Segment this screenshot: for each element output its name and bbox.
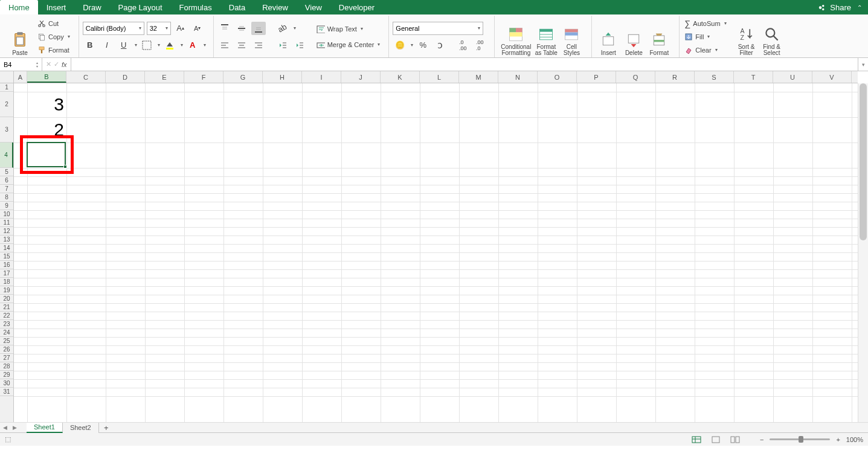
row-header-2[interactable]: 2 [0,92,13,117]
cell-styles-button[interactable]: Cell Styles [559,17,584,56]
sheet-nav-prev[interactable]: ◀ [0,425,10,431]
autosum-button[interactable]: ∑AutoSum▾ [683,18,727,30]
add-sheet-button[interactable]: + [99,423,114,432]
row-header-13[interactable]: 13 [0,236,13,244]
increase-decimal-button[interactable]: .0.00 [455,39,470,52]
format-as-table-button[interactable]: Format as Table [533,17,559,56]
col-header-S[interactable]: S [695,71,734,83]
cell-B2[interactable]: 3 [27,92,66,117]
sheet-tab-sheet2[interactable]: Sheet2 [63,423,99,433]
fill-color-button[interactable] [162,39,177,52]
row-header-11[interactable]: 11 [0,219,13,227]
page-layout-view-button[interactable] [709,434,722,445]
wrap-text-button[interactable]: Wrap Text▾ [315,23,382,35]
decrease-decimal-button[interactable]: .00.0 [472,39,487,52]
align-bottom-button[interactable] [251,22,266,35]
col-header-O[interactable]: O [538,71,577,83]
row-header-27[interactable]: 27 [0,354,13,362]
number-format-select[interactable]: General▾ [393,22,483,35]
col-header-J[interactable]: J [341,71,381,83]
ribbon-tab-formulas[interactable]: Formulas [171,0,220,14]
row-header-22[interactable]: 22 [0,312,13,320]
fx-icon[interactable]: fx [62,61,67,68]
col-header-U[interactable]: U [773,71,812,83]
zoom-knob[interactable] [799,436,803,443]
ribbon-tab-insert[interactable]: Insert [38,0,75,14]
ribbon-tab-home[interactable]: Home [0,0,38,14]
sheet-tab-sheet1[interactable]: Sheet1 [27,423,63,433]
row-header-7[interactable]: 7 [0,185,13,193]
find-select-button[interactable]: Find & Select [759,17,785,56]
col-header-P[interactable]: P [577,71,616,83]
italic-button[interactable]: I [100,39,114,52]
accounting-format-button[interactable]: 🪙 [393,39,407,52]
ribbon-tab-review[interactable]: Review [254,0,297,14]
row-header-30[interactable]: 30 [0,379,13,388]
col-header-N[interactable]: N [498,71,538,83]
decrease-font-button[interactable]: A▾ [190,22,205,35]
select-all-corner[interactable] [0,71,14,83]
align-middle-button[interactable] [234,22,249,35]
ribbon-tab-page-layout[interactable]: Page Layout [110,0,171,14]
insert-cells-button[interactable]: Insert [596,17,621,56]
col-header-G[interactable]: G [223,71,263,83]
macro-record-icon[interactable]: ⬚ [5,435,11,443]
font-color-button[interactable]: A [185,39,200,52]
ribbon-tab-data[interactable]: Data [220,0,254,14]
row-header-17[interactable]: 17 [0,269,13,278]
row-header-28[interactable]: 28 [0,362,13,371]
col-header-C[interactable]: C [66,71,106,83]
delete-cells-button[interactable]: Delete [621,17,646,56]
row-header-26[interactable]: 26 [0,345,13,354]
font-color-more[interactable]: ▾ [204,42,206,48]
col-header-I[interactable]: I [302,71,341,83]
copy-button[interactable]: Copy▾ [36,31,71,43]
col-header-T[interactable]: T [734,71,773,83]
row-header-21[interactable]: 21 [0,303,13,312]
zoom-slider[interactable] [770,438,830,440]
row-header-14[interactable]: 14 [0,244,13,252]
zoom-out-button[interactable]: − [760,436,764,443]
underline-more[interactable]: ▾ [135,42,137,48]
cell-B3[interactable]: 2 [27,117,66,143]
row-header-20[interactable]: 20 [0,295,13,303]
align-top-button[interactable] [217,22,232,35]
row-header-1[interactable]: 1 [0,83,13,92]
col-header-E[interactable]: E [145,71,184,83]
clear-button[interactable]: Clear▾ [683,44,727,56]
expand-formula-bar[interactable]: ▾ [858,58,868,71]
comma-format-button[interactable]: ͻ [432,39,447,52]
fill-button[interactable]: Fill▾ [683,31,727,43]
merge-center-button[interactable]: Merge & Center▾ [315,39,382,51]
col-header-K[interactable]: K [381,71,420,83]
cells-area[interactable]: 3 2 [14,83,858,422]
row-header-3[interactable]: 3 [0,117,13,143]
row-header-31[interactable]: 31 [0,388,13,396]
increase-font-button[interactable]: A▴ [173,22,188,35]
col-header-V[interactable]: V [812,71,852,83]
conditional-formatting-button[interactable]: Conditional Formatting [498,17,533,56]
font-size-select[interactable]: 32▾ [147,22,171,35]
row-header-6[interactable]: 6 [0,176,13,185]
row-header-5[interactable]: 5 [0,168,13,176]
sheet-nav-next[interactable]: ▶ [10,425,19,431]
row-header-4[interactable]: 4 [0,143,13,168]
row-header-15[interactable]: 15 [0,252,13,261]
row-header-19[interactable]: 19 [0,286,13,295]
zoom-value[interactable]: 100% [846,436,863,443]
name-box[interactable]: B4 ▴▾ [0,58,42,71]
zoom-in-button[interactable]: + [836,436,840,443]
align-center-button[interactable] [234,39,249,52]
cancel-formula-icon[interactable]: ✕ [46,60,51,68]
row-header-24[interactable]: 24 [0,329,13,337]
decrease-indent-button[interactable] [275,39,290,52]
col-header-A[interactable]: A [14,71,27,83]
page-break-view-button[interactable] [728,434,742,445]
orientation-more[interactable]: ▾ [294,25,296,31]
sort-filter-button[interactable]: AZ Sort & Filter [734,17,759,56]
col-header-D[interactable]: D [106,71,145,83]
row-header-10[interactable]: 10 [0,210,13,219]
format-painter-button[interactable]: Format [36,44,71,56]
row-header-25[interactable]: 25 [0,337,13,345]
normal-view-button[interactable] [690,434,703,445]
